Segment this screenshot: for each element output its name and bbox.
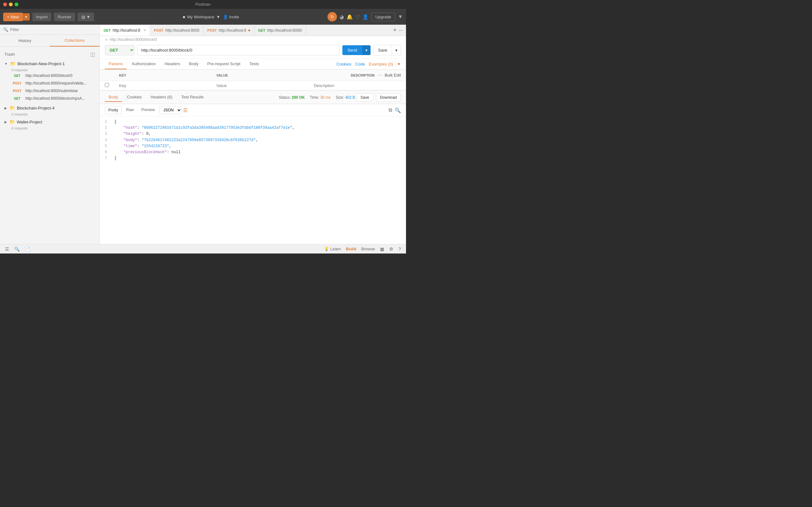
new-dropdown-button[interactable]: ▼ (23, 13, 30, 20)
collection-name-2: Blockchain-Project-4 (17, 106, 54, 110)
size-label: Size: 402 B (336, 95, 355, 100)
upgrade-button[interactable]: Upgrade (371, 13, 395, 21)
copy-icon[interactable]: ⧉ (389, 107, 392, 113)
new-button[interactable]: + New (3, 13, 23, 21)
response-header: Body Cookies Headers (6) Test Results St… (100, 91, 406, 104)
tab-url-3: http://localhost:8 (218, 28, 246, 33)
response-cookies-tab[interactable]: Cookies (123, 93, 146, 102)
sidebar-toggle-icon[interactable]: ☰ (5, 246, 9, 251)
radar-icon[interactable]: ◕ (340, 14, 344, 20)
code-link[interactable]: Code (355, 62, 365, 66)
tab-close-1[interactable]: ✕ (144, 29, 146, 32)
collection-header-1[interactable]: ▼ 📁 Blockchain-New-Project-1 (0, 59, 99, 68)
preview-tab[interactable]: Preview (138, 106, 158, 114)
workspace-button[interactable]: ■ My Workspace ▼ (183, 14, 220, 19)
method-select[interactable]: GET POST PUT DELETE (105, 45, 135, 55)
response-download-button[interactable]: Download (376, 93, 401, 102)
maximize-dot[interactable] (14, 3, 18, 6)
more-tabs-button[interactable]: ⋯ (398, 27, 403, 33)
tab-collections[interactable]: Collections (50, 35, 99, 47)
learn-button[interactable]: 💡 Learn (324, 246, 341, 251)
raw-tab[interactable]: Raw (123, 106, 137, 114)
send-button[interactable]: Send (342, 45, 362, 55)
trash-row[interactable]: Trash ◫ (0, 49, 99, 59)
json-line-7: 7 } (105, 155, 401, 161)
tab-authorization[interactable]: Authorization (128, 59, 160, 69)
tab-url-1: http://localhost:8 (113, 28, 140, 33)
close-dot[interactable] (3, 3, 7, 6)
import-button[interactable]: Import (32, 13, 52, 21)
proxy-button[interactable]: ▤ ▼ (78, 13, 94, 21)
add-tab-button[interactable]: + (393, 27, 397, 34)
upgrade-dropdown-icon[interactable]: ▼ (398, 14, 403, 20)
tab-headers[interactable]: Headers (161, 59, 184, 69)
save-dropdown-button[interactable]: ▼ (392, 45, 401, 55)
user-icon[interactable]: 👤 (362, 14, 369, 20)
request-item-1-1[interactable]: GET http://localhost:8000/block/0 (0, 72, 99, 79)
response-headers-tab[interactable]: Headers (6) (147, 93, 176, 102)
params-section: KEY VALUE DESCRIPTION ⋯ Bulk Edit (100, 70, 406, 90)
help-icon[interactable]: ? (398, 246, 401, 251)
value-col-header: VALUE (211, 70, 308, 81)
console-icon[interactable]: 📄 (25, 246, 30, 251)
search-input[interactable] (10, 27, 96, 32)
tab-3[interactable]: POST http://localhost:8 (203, 25, 254, 36)
tab-dot-3 (248, 30, 250, 31)
tab-params[interactable]: Params (105, 59, 127, 69)
minimize-dot[interactable] (9, 3, 13, 6)
new-collection-icon[interactable]: ◫ (90, 51, 95, 57)
invite-button[interactable]: 👤 Invite (223, 14, 239, 19)
param-row-empty (100, 81, 406, 90)
layout-icon[interactable]: ▦ (380, 246, 384, 251)
send-dropdown-button[interactable]: ▼ (362, 45, 371, 55)
folder-icon-1: 📁 (10, 61, 15, 66)
search-icon-status[interactable]: 🔍 (14, 246, 20, 251)
tab-pre-request[interactable]: Pre-request Script (203, 59, 244, 69)
expand-icon-3: ▶ (4, 120, 7, 124)
body-actions: ⧉ 🔍 (389, 107, 401, 113)
tab-tests[interactable]: Tests (245, 59, 262, 69)
save-button[interactable]: Save (373, 45, 392, 55)
tab-history[interactable]: History (0, 35, 50, 47)
method-post-badge-2: POST (11, 89, 23, 93)
request-item-1-3[interactable]: POST http://localhost:8000/submitstar (0, 87, 99, 95)
tab-4[interactable]: GET http://localhost:8000/ (254, 25, 306, 36)
tab-bar: GET http://localhost:8 ✕ POST http://loc… (100, 25, 406, 36)
sync-button[interactable]: ↻ (327, 12, 337, 21)
request-tab-right: Cookies Code Examples (0) ▼ (337, 62, 401, 66)
pretty-tab[interactable]: Pretty (105, 106, 121, 114)
bell-icon[interactable]: 🔔 (347, 14, 353, 20)
runner-button[interactable]: Runner (54, 13, 75, 21)
tab-method-2: POST (154, 29, 163, 32)
response-save-button[interactable]: Save (356, 93, 373, 102)
bulk-edit-button[interactable]: Bulk Edit (385, 73, 401, 77)
request-item-1-2[interactable]: POST http://localhost:8000/requestValida… (0, 79, 99, 87)
send-group: Send ▼ (342, 45, 370, 55)
cookies-link[interactable]: Cookies (337, 62, 352, 66)
settings-icon[interactable]: ⚙ (389, 246, 393, 251)
filter-icon[interactable]: ☰ (183, 107, 188, 113)
description-input[interactable] (314, 83, 401, 88)
json-viewer: 1 { 2 "hash" : "86062272981671d1c93fa3da… (100, 116, 406, 244)
format-select[interactable]: JSON XML HTML Text (159, 106, 182, 114)
tab-2[interactable]: POST http://localhost:8000 (150, 25, 203, 36)
request-item-1-4[interactable]: GET http://localhost:8000/blocks/mpxA... (0, 95, 99, 102)
collection-header-2[interactable]: ▶ 📁 Blockchain-Project-4 (0, 104, 99, 112)
heart-icon[interactable]: ♡ (355, 14, 360, 20)
examples-button[interactable]: Examples (0) (369, 62, 393, 66)
search-response-icon[interactable]: 🔍 (395, 107, 401, 113)
param-checkbox[interactable] (105, 83, 109, 87)
value-input[interactable] (216, 83, 303, 88)
browse-button[interactable]: Browse (361, 246, 375, 251)
tab-body[interactable]: Body (185, 59, 202, 69)
json-line-5: 5 "time" : "1554210723" , (105, 144, 401, 149)
collection-header-3[interactable]: ▶ 📁 Wallet-Project (0, 117, 99, 126)
response-body-tab[interactable]: Body (105, 93, 122, 102)
url-input[interactable] (137, 45, 340, 55)
key-input[interactable] (119, 83, 206, 88)
more-params-button[interactable]: ⋯ (377, 72, 382, 78)
build-label: Build (346, 246, 356, 251)
response-tests-tab[interactable]: Test Results (177, 93, 207, 102)
tab-method-1: GET (104, 29, 111, 32)
tab-1[interactable]: GET http://localhost:8 ✕ (100, 25, 150, 36)
